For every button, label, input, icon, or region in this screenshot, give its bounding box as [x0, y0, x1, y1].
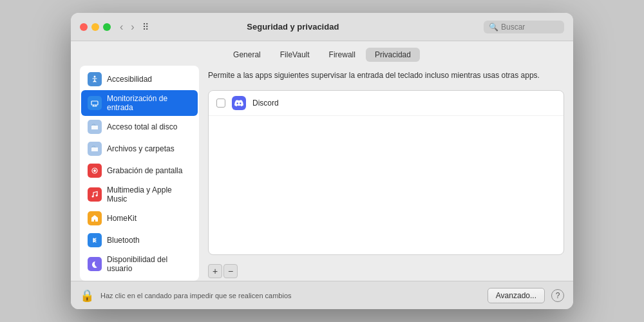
tabs-bar: General FileVault Firewall Privacidad [71, 41, 573, 66]
sidebar-item-bluetooth[interactable]: Bluetooth [81, 229, 198, 251]
accesibilidad-label: Accesibilidad [107, 75, 152, 84]
sidebar: Accesibilidad Monitorización de entrada [80, 66, 199, 281]
discord-icon [232, 96, 246, 110]
multimedia-label: Multimedia y Apple Music [107, 185, 191, 204]
content-area: Accesibilidad Monitorización de entrada [71, 66, 573, 281]
sidebar-item-accesibilidad[interactable]: Accesibilidad [81, 68, 198, 90]
acceso-disco-label: Acceso total al disco [107, 122, 177, 131]
lock-icon: 🔒 [80, 289, 94, 303]
multimedia-icon [88, 187, 102, 202]
archivos-label: Archivos y carpetas [107, 144, 175, 153]
search-icon: 🔍 [489, 23, 498, 32]
tab-firewall[interactable]: Firewall [320, 48, 365, 62]
main-window: ‹ › ⠿ Seguridad y privacidad 🔍 General F… [71, 13, 573, 309]
archivos-icon [88, 142, 102, 156]
accesibilidad-icon [88, 72, 102, 86]
table-row: Discord [209, 91, 564, 116]
minimize-button[interactable] [91, 23, 99, 31]
discord-name: Discord [252, 99, 279, 108]
tab-privacidad[interactable]: Privacidad [366, 48, 420, 62]
search-box[interactable]: 🔍 [484, 21, 564, 33]
tab-general[interactable]: General [224, 48, 270, 62]
apps-list: Discord [208, 90, 564, 255]
description-text: Permite a las apps siguientes supervisar… [208, 67, 564, 84]
list-buttons: + − [208, 261, 564, 281]
discord-checkbox[interactable] [216, 99, 225, 108]
search-input[interactable] [501, 23, 559, 32]
acceso-disco-icon [88, 120, 102, 134]
grabacion-icon [88, 164, 102, 178]
main-panel: Permite a las apps siguientes supervisar… [208, 66, 564, 281]
svg-point-0 [94, 76, 96, 78]
lock-label: Haz clic en el candado para impedir que … [100, 292, 481, 299]
sidebar-item-acceso-disco[interactable]: Acceso total al disco [81, 116, 198, 138]
disponibilidad-icon [88, 257, 102, 271]
close-button[interactable] [80, 23, 88, 31]
svg-point-5 [96, 194, 98, 196]
svg-point-3 [93, 169, 96, 172]
sidebar-item-disponibilidad[interactable]: Disponibilidad del usuario [81, 251, 198, 277]
grabacion-label: Grabación de pantalla [107, 166, 182, 175]
avanzado-button[interactable]: Avanzado... [488, 288, 545, 303]
sidebar-item-grabacion[interactable]: Grabación de pantalla [81, 160, 198, 182]
bottom-bar: 🔒 Haz clic en el candado para impedir qu… [71, 281, 573, 309]
bluetooth-icon [88, 233, 102, 247]
add-button[interactable]: + [208, 264, 222, 278]
window-title: Seguridad y privacidad [102, 22, 484, 32]
remove-button[interactable]: − [223, 264, 238, 278]
sidebar-item-multimedia[interactable]: Multimedia y Apple Music [81, 182, 198, 207]
sidebar-item-monitorizacion[interactable]: Monitorización de entrada [81, 90, 198, 116]
sidebar-item-homekit[interactable]: HomeKit [81, 207, 198, 229]
monitorizacion-icon [88, 96, 102, 110]
disponibilidad-label: Disponibilidad del usuario [107, 255, 191, 273]
monitorizacion-label: Monitorización de entrada [107, 94, 191, 112]
sidebar-item-archivos[interactable]: Archivos y carpetas [81, 138, 198, 160]
homekit-label: HomeKit [107, 214, 137, 223]
help-button[interactable]: ? [551, 289, 564, 302]
svg-rect-1 [91, 101, 98, 105]
homekit-icon [88, 211, 102, 225]
svg-point-4 [92, 196, 94, 198]
bluetooth-label: Bluetooth [107, 236, 140, 245]
tab-filevault[interactable]: FileVault [271, 48, 319, 62]
titlebar: ‹ › ⠿ Seguridad y privacidad 🔍 [71, 13, 573, 41]
